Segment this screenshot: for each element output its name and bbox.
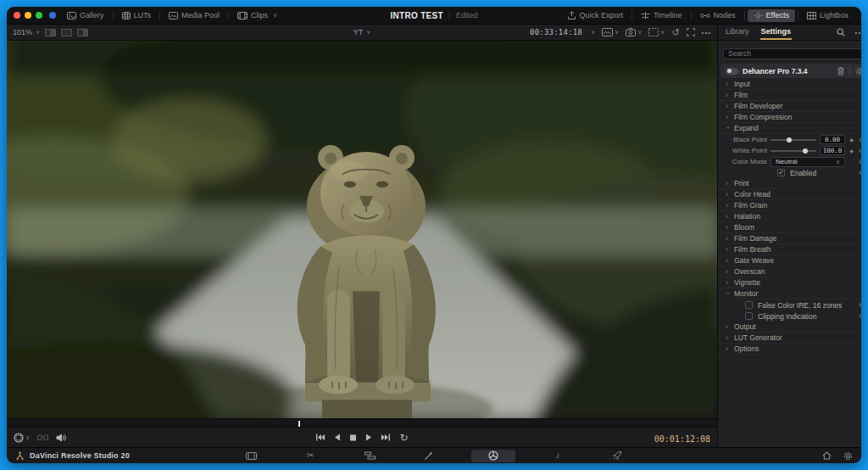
option-checkbox[interactable] (745, 301, 753, 309)
plugin-enable-toggle[interactable] (726, 68, 738, 75)
titlebar-right-buttons: Quick Export Timeline Nodes Effects Ligh… (562, 9, 854, 22)
panel-section[interactable]: › LUT Generator (718, 333, 861, 344)
panel-section[interactable]: › Halation (718, 211, 861, 222)
viewer-timecode[interactable]: 00:33:14:18 (530, 28, 582, 36)
page-media-button[interactable] (234, 450, 268, 462)
viewer-canvas[interactable] (7, 41, 717, 418)
reset-icon[interactable]: ↺ (858, 147, 861, 155)
refresh-icon[interactable]: ↺ (671, 27, 679, 38)
reset-icon[interactable]: ↺ (858, 301, 861, 310)
project-settings-gear-icon[interactable] (843, 451, 853, 461)
page-edit-button[interactable] (353, 450, 387, 462)
panel-section[interactable]: › Bloom (718, 222, 861, 233)
panel-more-options[interactable]: ••• (855, 29, 861, 36)
enabled-checkbox[interactable]: ✓ (777, 169, 785, 176)
wipe-mode-dropdown[interactable]: ∨ (602, 28, 619, 36)
panel-section[interactable]: › Film Compression (718, 112, 861, 123)
section-monitor[interactable]: › Monitor (718, 288, 861, 299)
stereo-3d-icon[interactable] (37, 434, 48, 441)
page-deliver-button[interactable] (600, 450, 634, 462)
media-pool-button[interactable]: Media Pool (163, 9, 225, 21)
grab-still-dropdown[interactable]: ∨ (626, 28, 642, 36)
go-to-first-frame-button[interactable] (315, 434, 325, 441)
clips-button[interactable]: Clips ∨ (231, 9, 283, 21)
stop-button[interactable] (349, 434, 356, 441)
section-label: Options (734, 344, 759, 353)
chevron-right-icon: › (726, 81, 730, 88)
reset-icon[interactable]: ↺ (858, 158, 861, 166)
keyframe-settings-icon[interactable] (855, 67, 861, 76)
search-input[interactable] (723, 48, 861, 59)
go-to-last-frame-button[interactable] (381, 434, 390, 441)
panel-section[interactable]: › Output (718, 322, 861, 333)
panel-section[interactable]: › Film (718, 90, 861, 101)
section-label: Film Compression (734, 113, 793, 121)
zoom-level-dropdown[interactable]: 101% ∨ (13, 28, 40, 36)
white-point-slider[interactable] (771, 148, 816, 154)
panel-section[interactable]: › Options (718, 344, 861, 355)
onscreen-controls-dropdown[interactable]: ∨ (648, 28, 665, 36)
page-cut-button[interactable]: ✂ (293, 450, 327, 462)
tab-settings[interactable]: Settings (760, 25, 793, 40)
divider (632, 11, 632, 20)
panel-section[interactable]: › Vignette (718, 277, 861, 288)
quick-export-button[interactable]: Quick Export (562, 9, 629, 21)
luts-button[interactable]: LUTs (116, 9, 158, 21)
clips-icon (237, 12, 248, 20)
keyframe-icon[interactable]: ◆ (849, 137, 854, 143)
split-screen-icon[interactable] (61, 29, 72, 36)
page-color-button[interactable] (471, 450, 515, 462)
option-checkbox[interactable] (745, 312, 753, 320)
panel-section[interactable]: › Gate Weave (718, 255, 861, 266)
monitor-options: False Color IRE, 16 zones ↺ Clipping Ind… (718, 299, 861, 322)
black-point-slider[interactable] (771, 137, 816, 143)
viewer-more-options[interactable]: ••• (702, 29, 711, 36)
white-point-value[interactable]: 100.0 (820, 146, 845, 155)
bypass-grades-dropdown[interactable]: ∨ (14, 433, 30, 443)
panel-section[interactable]: › Print (718, 178, 861, 189)
expand-viewer-icon[interactable] (687, 28, 695, 36)
play-button[interactable] (365, 434, 371, 441)
zoom-window-button[interactable] (36, 12, 42, 19)
panel-section[interactable]: › Film Grain (718, 200, 861, 211)
reset-icon[interactable]: ↺ (858, 169, 861, 177)
panel-section[interactable]: › Color Head (718, 189, 861, 200)
panel-section[interactable]: › Input (718, 79, 861, 90)
edited-status: Edited (449, 11, 478, 20)
gallery-button[interactable]: Gallery (61, 9, 110, 21)
luts-label: LUTs (134, 11, 152, 20)
viewer-scrub-bar[interactable] (7, 418, 717, 428)
playhead-marker[interactable] (298, 421, 300, 427)
lightbox-button[interactable]: Lightbox (801, 9, 854, 21)
black-point-value[interactable]: 0.00 (820, 135, 845, 144)
play-reverse-button[interactable] (334, 434, 340, 441)
color-mode-select[interactable]: Neutral ∨ (771, 157, 845, 167)
loop-playback-button[interactable]: ↻ (399, 433, 408, 443)
page-fairlight-button[interactable]: ♪ (541, 450, 575, 462)
timeline-preset-dropdown[interactable]: YT ∨ (353, 28, 371, 36)
close-window-button[interactable] (14, 12, 20, 19)
delete-plugin-icon[interactable] (837, 67, 844, 76)
timeline-button[interactable]: Timeline (635, 9, 688, 21)
single-viewer-icon[interactable] (45, 29, 56, 36)
effects-button[interactable]: Effects (748, 9, 795, 22)
enhanced-viewer-icon[interactable] (77, 29, 88, 36)
search-icon[interactable] (837, 28, 845, 36)
panel-section[interactable]: › Film Damage (718, 233, 861, 244)
page-fusion-button[interactable] (412, 450, 446, 462)
titlebar-left-buttons: Gallery LUTs Media Pool Clips ∨ (61, 9, 283, 21)
panel-section[interactable]: › Film Developer (718, 101, 861, 112)
section-expand[interactable]: › Expand (718, 123, 861, 134)
reset-icon[interactable]: ↺ (858, 136, 861, 144)
tab-library[interactable]: Library (725, 25, 750, 40)
keyframe-icon[interactable]: ◆ (849, 148, 854, 154)
audio-volume-icon[interactable] (56, 434, 66, 442)
nodes-button[interactable]: Nodes (694, 9, 742, 21)
panel-section[interactable]: › Film Breath (718, 244, 861, 255)
project-manager-home-icon[interactable] (822, 451, 832, 460)
app-window: Gallery LUTs Media Pool Clips ∨ INTRO TE… (7, 7, 861, 463)
black-point-label: Black Point (718, 136, 767, 143)
reset-icon[interactable]: ↺ (858, 312, 861, 321)
minimize-window-button[interactable] (25, 12, 31, 19)
panel-section[interactable]: › Overscan (718, 266, 861, 277)
